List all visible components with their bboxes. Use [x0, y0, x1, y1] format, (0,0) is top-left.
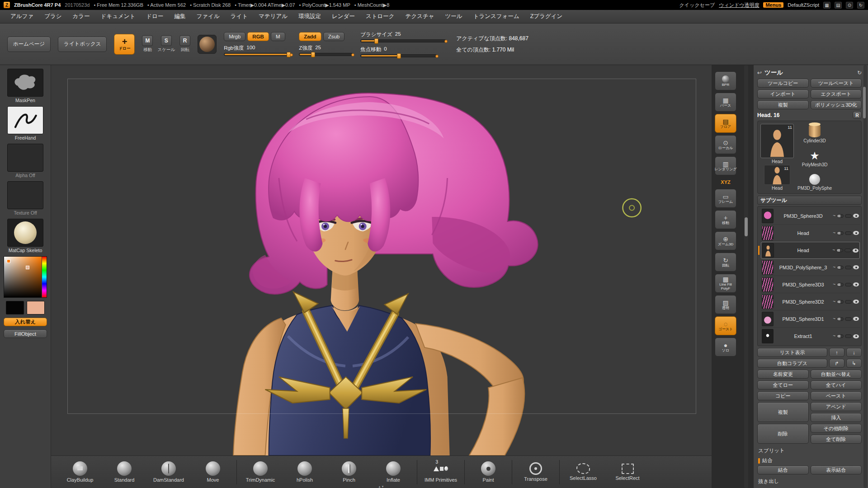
sync-icon[interactable]: ↻ [857, 2, 864, 9]
subtool-item-1[interactable]: Head ~ [761, 225, 860, 242]
move-mode-button[interactable]: M 移動 [142, 35, 153, 53]
tool-thumb-polysphere[interactable]: PM3D_PolySphe [797, 174, 832, 191]
current-texture[interactable]: Texture Off [7, 181, 43, 216]
layout-grid-icon[interactable]: ▦ [823, 2, 830, 9]
copy-subtool-button[interactable]: コピー [757, 391, 809, 400]
split-section-header[interactable]: スプリット [757, 446, 862, 455]
toggle-icon[interactable] [837, 317, 844, 321]
bpr-button[interactable]: BPR [715, 71, 736, 90]
list-view-button[interactable]: リスト表示 [757, 348, 827, 357]
polypaint-icon[interactable]: ~ [833, 300, 835, 304]
toggle-icon[interactable] [837, 266, 844, 269]
menu-file[interactable]: ファイル [192, 11, 225, 22]
local-button[interactable]: ⊙ローカル [715, 135, 736, 154]
tool-thumb-polymesh3d[interactable]: ★ PolyMesh3D [802, 150, 828, 167]
move-up-hook-button[interactable]: ↱ [829, 359, 844, 368]
panel-scrollbar-thumb[interactable] [863, 87, 866, 118]
rotate-view-button[interactable]: ↻回転 [715, 253, 736, 272]
tray-tool-selectlasso[interactable]: SelectLasso [562, 463, 604, 481]
visibility-eye-icon[interactable] [853, 214, 859, 218]
tool-copy-button[interactable]: ツールコピー [757, 79, 809, 88]
panel-collapse-icon[interactable]: ↩ [757, 70, 762, 76]
tool-thumb-cylinder3d[interactable]: Cylinder3D [803, 124, 826, 143]
all-high-button[interactable]: 全てハイ [811, 380, 862, 389]
polypaint-icon[interactable]: ~ [832, 248, 835, 253]
zsub-button[interactable]: Zsub [323, 32, 345, 41]
current-brush[interactable]: MaskPen [7, 69, 43, 103]
rename-button[interactable]: 名前変更 [757, 370, 809, 379]
menu-preferences[interactable]: 環境設定 [293, 11, 326, 22]
tray-brush-move[interactable]: Move [192, 461, 234, 483]
menu-edit[interactable]: 編集 [170, 11, 191, 22]
visibility-eye-icon[interactable] [853, 249, 859, 253]
panel-reset-icon[interactable]: ↻ [857, 70, 862, 76]
visibility-eye-icon[interactable] [853, 265, 859, 269]
z-intensity-slider[interactable]: Z強度25 [299, 45, 353, 56]
current-alpha[interactable]: Alpha Off [7, 144, 43, 178]
color-picker[interactable] [4, 256, 47, 298]
tray-brush-standard[interactable]: Standard [104, 461, 145, 483]
menu-color[interactable]: カラー [68, 11, 95, 22]
panels-icon[interactable]: ▤ [835, 2, 842, 9]
frame-button[interactable]: ▭フレーム [715, 189, 736, 208]
menu-material[interactable]: マテリアル [254, 11, 292, 22]
tray-brush-trimdynamic[interactable]: TrimDynamic [240, 461, 281, 483]
panel-scrollbar[interactable] [863, 65, 867, 488]
menu-brush[interactable]: ブラシ [39, 11, 66, 22]
tool-thumb-head-active[interactable]: 11 [760, 124, 794, 158]
clone-button[interactable]: 複製 [757, 100, 809, 109]
menus-toggle[interactable]: Menus [763, 2, 783, 8]
menu-render[interactable]: レンダー [327, 11, 360, 22]
scale-mode-button[interactable]: S スケール [157, 35, 175, 53]
main-color-swatch[interactable] [6, 301, 24, 314]
tray-brush-inflate[interactable]: Inflate [373, 461, 414, 483]
rotate-mode-button[interactable]: R 回転 [179, 35, 190, 53]
toggle-icon[interactable] [836, 249, 843, 252]
character-model[interactable] [51, 65, 712, 455]
subtool-item-2-selected[interactable]: Head ~ [761, 242, 860, 259]
paste-subtool-button[interactable]: ペースト [811, 391, 862, 400]
toggle-icon[interactable] [845, 214, 852, 218]
zadd-button[interactable]: Zadd [299, 32, 321, 41]
perspective-button[interactable]: ▦パース [715, 93, 736, 112]
subtool-item-6[interactable]: PM3D_Sphere3D1 ~ [761, 310, 860, 328]
current-material[interactable]: MatCap Skeleto [7, 219, 43, 253]
subtool-item-5[interactable]: PM3D_Sphere3D2 ~ [761, 293, 860, 310]
xyz-axis-button[interactable]: XYZ [715, 178, 736, 187]
scrollbar-thumb[interactable] [745, 217, 748, 236]
polypaint-icon[interactable]: ~ [833, 214, 835, 218]
extract-section-header[interactable]: 抜き出し [757, 476, 862, 486]
subtool-item-0[interactable]: PM3D_Sphere3D ~ [761, 207, 860, 225]
tray-brush-pinch[interactable]: Pinch [328, 461, 370, 483]
toggle-icon[interactable] [837, 283, 844, 286]
export-button[interactable]: エクスポート [811, 89, 862, 99]
polypaint-icon[interactable]: ~ [833, 265, 835, 270]
auto-collapse-button[interactable]: 自動コラプス [757, 359, 827, 368]
merge-visible-button[interactable]: 表示結合 [811, 465, 862, 474]
render-button[interactable]: ▥レンダリング [715, 156, 736, 175]
merge-section-header[interactable]: 結合 [757, 455, 862, 465]
toggle-icon[interactable] [845, 266, 852, 269]
delete-all-button[interactable]: 全て削除 [811, 435, 862, 444]
rgb-button[interactable]: RGB [247, 32, 269, 41]
move-view-button[interactable]: +移動 [715, 210, 736, 229]
toggle-icon[interactable] [837, 214, 844, 218]
tray-tool-transpose[interactable]: Transpose [515, 462, 557, 482]
polypaint-icon[interactable]: ~ [833, 334, 835, 338]
toggle-icon[interactable] [845, 300, 852, 304]
polypaint-icon[interactable]: ~ [833, 282, 835, 287]
subtool-item-7[interactable]: Extract1 ~ [761, 328, 860, 345]
rapid-button[interactable]: R [853, 111, 862, 119]
polypaint-icon[interactable]: ~ [833, 317, 835, 321]
toggle-icon[interactable] [845, 334, 852, 338]
visibility-eye-icon[interactable] [853, 334, 859, 338]
menu-stroke[interactable]: ストローク [361, 11, 400, 22]
lightbox-button[interactable]: ライトボックス [58, 37, 107, 52]
menu-tool[interactable]: ツール [440, 11, 467, 22]
viewport-canvas[interactable] [51, 65, 712, 455]
insert-button[interactable]: 挿入 [811, 413, 862, 422]
delete-subtool-button[interactable]: 削除 [757, 424, 809, 444]
tool-thumb-head-2[interactable]: 11 [764, 165, 790, 185]
tray-brush-hpolish[interactable]: hPolish [284, 461, 326, 483]
toggle-icon[interactable] [845, 317, 852, 321]
